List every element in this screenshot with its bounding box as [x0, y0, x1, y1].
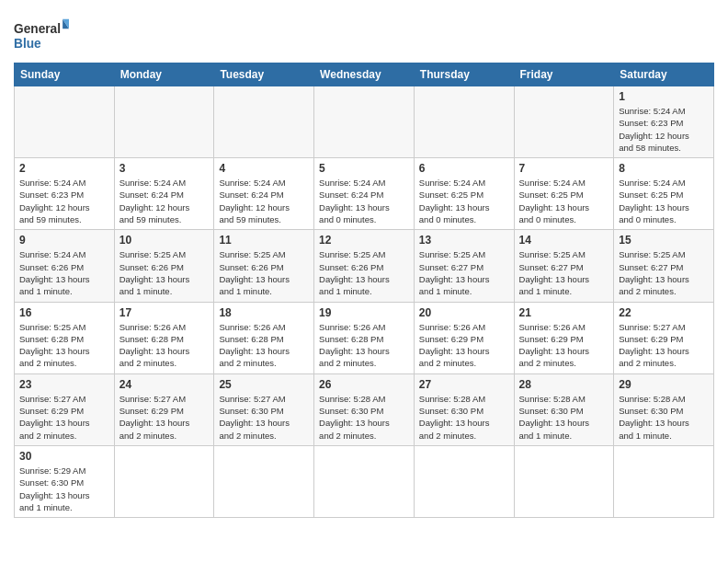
calendar-cell [114, 86, 214, 158]
day-info: Sunrise: 5:26 AMSunset: 6:28 PMDaylight:… [319, 321, 409, 370]
calendar-cell: 27Sunrise: 5:28 AMSunset: 6:30 PMDayligh… [414, 373, 514, 445]
day-info: Sunrise: 5:27 AMSunset: 6:30 PMDaylight:… [219, 393, 309, 442]
calendar-cell [514, 86, 614, 158]
page-header: General Blue [14, 9, 714, 55]
day-info: Sunrise: 5:24 AMSunset: 6:25 PMDaylight:… [619, 177, 709, 225]
calendar-week-row: 23Sunrise: 5:27 AMSunset: 6:29 PMDayligh… [15, 373, 714, 445]
day-number: 11 [219, 234, 309, 247]
calendar-cell: 8Sunrise: 5:24 AMSunset: 6:25 PMDaylight… [614, 158, 714, 230]
calendar-cell: 2Sunrise: 5:24 AMSunset: 6:23 PMDaylight… [15, 158, 115, 230]
calendar-cell: 25Sunrise: 5:27 AMSunset: 6:30 PMDayligh… [214, 373, 314, 445]
day-header-monday: Monday [114, 63, 214, 86]
day-info: Sunrise: 5:25 AMSunset: 6:27 PMDaylight:… [519, 248, 609, 297]
calendar-cell: 12Sunrise: 5:25 AMSunset: 6:26 PMDayligh… [314, 230, 415, 302]
day-number: 17 [119, 306, 210, 319]
calendar-cell: 11Sunrise: 5:25 AMSunset: 6:26 PMDayligh… [214, 230, 314, 302]
day-info: Sunrise: 5:28 AMSunset: 6:30 PMDaylight:… [519, 393, 609, 442]
calendar-cell: 1Sunrise: 5:24 AMSunset: 6:23 PMDaylight… [614, 86, 714, 158]
day-info: Sunrise: 5:27 AMSunset: 6:29 PMDaylight:… [619, 321, 709, 370]
day-number: 20 [419, 306, 509, 319]
day-number: 7 [519, 162, 609, 175]
calendar-cell: 21Sunrise: 5:26 AMSunset: 6:29 PMDayligh… [514, 302, 614, 373]
day-info: Sunrise: 5:24 AMSunset: 6:24 PMDaylight:… [119, 177, 210, 225]
day-number: 10 [119, 234, 210, 247]
calendar-cell: 18Sunrise: 5:26 AMSunset: 6:28 PMDayligh… [214, 302, 314, 373]
day-info: Sunrise: 5:25 AMSunset: 6:26 PMDaylight:… [119, 248, 210, 297]
day-number: 25 [219, 378, 309, 391]
logo-svg: General Blue [14, 15, 69, 55]
day-number: 1 [619, 90, 709, 103]
calendar-cell [614, 445, 714, 517]
day-info: Sunrise: 5:24 AMSunset: 6:24 PMDaylight:… [219, 177, 309, 225]
calendar-week-row: 2Sunrise: 5:24 AMSunset: 6:23 PMDaylight… [15, 158, 714, 230]
day-number: 30 [19, 450, 109, 463]
calendar-cell [114, 445, 214, 517]
day-info: Sunrise: 5:24 AMSunset: 6:23 PMDaylight:… [619, 105, 709, 154]
logo: General Blue [14, 15, 69, 55]
calendar-week-row: 16Sunrise: 5:25 AMSunset: 6:28 PMDayligh… [15, 302, 714, 373]
day-info: Sunrise: 5:24 AMSunset: 6:24 PMDaylight:… [319, 177, 409, 225]
day-info: Sunrise: 5:26 AMSunset: 6:29 PMDaylight:… [519, 321, 609, 370]
day-info: Sunrise: 5:25 AMSunset: 6:28 PMDaylight:… [19, 321, 109, 370]
calendar-header-row: SundayMondayTuesdayWednesdayThursdayFrid… [15, 63, 714, 86]
day-info: Sunrise: 5:24 AMSunset: 6:26 PMDaylight:… [19, 248, 109, 297]
calendar-cell [414, 86, 514, 158]
day-info: Sunrise: 5:24 AMSunset: 6:25 PMDaylight:… [419, 177, 509, 225]
calendar-cell: 15Sunrise: 5:25 AMSunset: 6:27 PMDayligh… [614, 230, 714, 302]
calendar-cell [214, 86, 314, 158]
calendar-cell: 28Sunrise: 5:28 AMSunset: 6:30 PMDayligh… [514, 373, 614, 445]
day-number: 22 [619, 306, 709, 319]
day-number: 21 [519, 306, 609, 319]
day-header-sunday: Sunday [15, 63, 115, 86]
calendar-cell: 4Sunrise: 5:24 AMSunset: 6:24 PMDaylight… [214, 158, 314, 230]
calendar-cell: 24Sunrise: 5:27 AMSunset: 6:29 PMDayligh… [114, 373, 214, 445]
svg-text:Blue: Blue [14, 37, 41, 51]
calendar-cell: 3Sunrise: 5:24 AMSunset: 6:24 PMDaylight… [114, 158, 214, 230]
day-info: Sunrise: 5:28 AMSunset: 6:30 PMDaylight:… [619, 393, 709, 442]
day-number: 19 [319, 306, 409, 319]
day-number: 12 [319, 234, 409, 247]
day-number: 6 [419, 162, 509, 175]
day-info: Sunrise: 5:25 AMSunset: 6:27 PMDaylight:… [419, 248, 509, 297]
svg-text:General: General [14, 22, 61, 36]
day-number: 27 [419, 378, 509, 391]
calendar-cell: 6Sunrise: 5:24 AMSunset: 6:25 PMDaylight… [414, 158, 514, 230]
calendar-cell: 23Sunrise: 5:27 AMSunset: 6:29 PMDayligh… [15, 373, 115, 445]
calendar-cell: 9Sunrise: 5:24 AMSunset: 6:26 PMDaylight… [15, 230, 115, 302]
day-header-thursday: Thursday [414, 63, 514, 86]
calendar-cell: 20Sunrise: 5:26 AMSunset: 6:29 PMDayligh… [414, 302, 514, 373]
calendar-cell: 10Sunrise: 5:25 AMSunset: 6:26 PMDayligh… [114, 230, 214, 302]
calendar-cell: 5Sunrise: 5:24 AMSunset: 6:24 PMDaylight… [314, 158, 415, 230]
day-info: Sunrise: 5:26 AMSunset: 6:28 PMDaylight:… [219, 321, 309, 370]
day-number: 15 [619, 234, 709, 247]
day-number: 9 [19, 234, 109, 247]
calendar-table: SundayMondayTuesdayWednesdayThursdayFrid… [14, 63, 714, 518]
calendar-cell [214, 445, 314, 517]
day-number: 13 [419, 234, 509, 247]
day-info: Sunrise: 5:24 AMSunset: 6:25 PMDaylight:… [519, 177, 609, 225]
calendar-cell: 14Sunrise: 5:25 AMSunset: 6:27 PMDayligh… [514, 230, 614, 302]
day-info: Sunrise: 5:28 AMSunset: 6:30 PMDaylight:… [419, 393, 509, 442]
day-info: Sunrise: 5:25 AMSunset: 6:26 PMDaylight:… [319, 248, 409, 297]
calendar-cell: 19Sunrise: 5:26 AMSunset: 6:28 PMDayligh… [314, 302, 415, 373]
day-info: Sunrise: 5:27 AMSunset: 6:29 PMDaylight:… [19, 393, 109, 442]
calendar-cell: 13Sunrise: 5:25 AMSunset: 6:27 PMDayligh… [414, 230, 514, 302]
calendar-cell: 16Sunrise: 5:25 AMSunset: 6:28 PMDayligh… [15, 302, 115, 373]
calendar-cell: 26Sunrise: 5:28 AMSunset: 6:30 PMDayligh… [314, 373, 415, 445]
calendar-cell [314, 445, 415, 517]
day-header-saturday: Saturday [614, 63, 714, 86]
calendar-cell [514, 445, 614, 517]
calendar-week-row: 30Sunrise: 5:29 AMSunset: 6:30 PMDayligh… [15, 445, 714, 517]
day-number: 24 [119, 378, 210, 391]
calendar-cell: 29Sunrise: 5:28 AMSunset: 6:30 PMDayligh… [614, 373, 714, 445]
day-number: 29 [619, 378, 709, 391]
day-number: 8 [619, 162, 709, 175]
day-info: Sunrise: 5:26 AMSunset: 6:29 PMDaylight:… [419, 321, 509, 370]
day-number: 2 [19, 162, 109, 175]
day-number: 4 [219, 162, 309, 175]
calendar-cell: 30Sunrise: 5:29 AMSunset: 6:30 PMDayligh… [15, 445, 115, 517]
calendar-cell: 17Sunrise: 5:26 AMSunset: 6:28 PMDayligh… [114, 302, 214, 373]
day-info: Sunrise: 5:29 AMSunset: 6:30 PMDaylight:… [19, 465, 109, 513]
calendar-cell [314, 86, 415, 158]
day-number: 16 [19, 306, 109, 319]
